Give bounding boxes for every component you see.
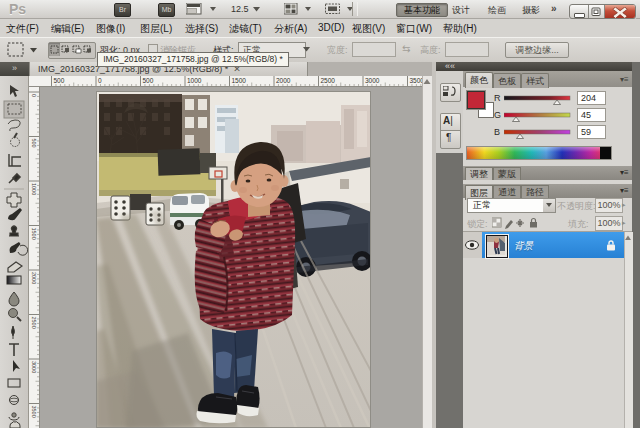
svg-text:1000: 1000 [187, 77, 202, 84]
svg-text:3500: 3500 [31, 406, 37, 418]
svg-text:1500: 1500 [31, 228, 37, 240]
svg-text:2500: 2500 [31, 317, 37, 329]
svg-text:500: 500 [143, 77, 154, 84]
svg-text:0: 0 [31, 94, 37, 97]
svg-text:1500: 1500 [232, 77, 247, 84]
svg-text:500: 500 [31, 139, 37, 148]
svg-text:1000: 1000 [31, 183, 37, 195]
svg-text:500: 500 [54, 77, 65, 84]
svg-text:2000: 2000 [276, 77, 291, 84]
svg-text:2000: 2000 [31, 272, 37, 284]
svg-text:3000: 3000 [31, 361, 37, 373]
svg-text:3500: 3500 [410, 77, 423, 84]
svg-text:0: 0 [98, 77, 102, 84]
svg-text:2500: 2500 [321, 77, 336, 84]
svg-text:3000: 3000 [365, 77, 380, 84]
